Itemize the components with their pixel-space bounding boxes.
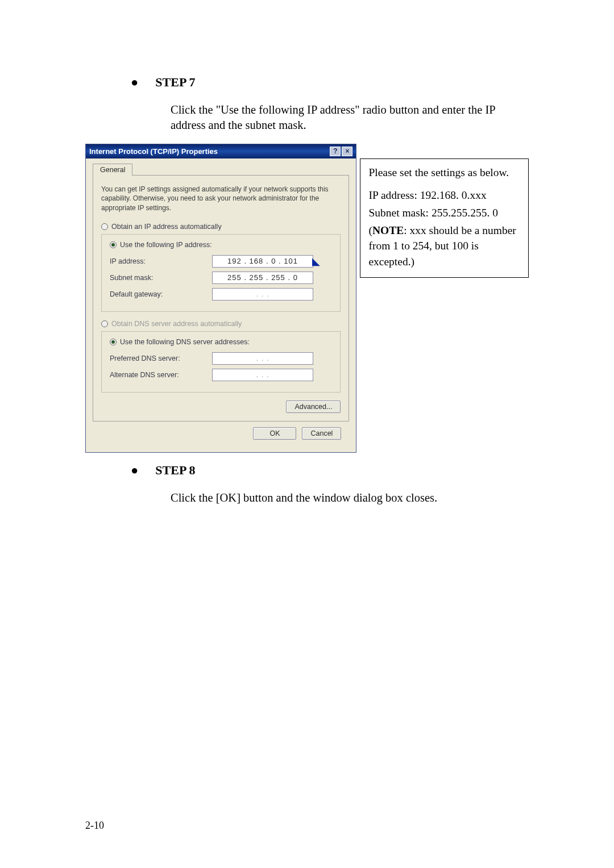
dialog-description: You can get IP settings assigned automat…: [101, 185, 341, 212]
note-subnet: Subnet mask: 255.255.255. 0: [368, 205, 520, 220]
step8-heading: ● STEP 8: [131, 463, 529, 478]
ip-address-input[interactable]: 192 . 168 . 0 . 101: [212, 255, 313, 268]
step8-body: Click the [OK] button and the window dia…: [171, 490, 529, 506]
note-line1: Please set the settings as below.: [368, 165, 520, 180]
step7-title: STEP 7: [155, 75, 195, 90]
radio-obtain-auto[interactable]: Obtain an IP address automatically: [101, 223, 341, 231]
subnet-mask-input[interactable]: 255 . 255 . 255 . 0: [212, 272, 313, 284]
radio-icon: [110, 339, 117, 345]
radio-icon: [101, 223, 108, 230]
dns-manual-label: Use the following DNS server addresses:: [120, 338, 250, 346]
dns-fieldset: Use the following DNS server addresses: …: [101, 331, 341, 393]
radio-icon: [110, 241, 117, 248]
dialog-title: Internet Protocol (TCP/IP) Properties: [89, 147, 218, 156]
page-number: 2-10: [85, 820, 104, 832]
cancel-button[interactable]: Cancel: [302, 427, 341, 440]
advanced-button[interactable]: Advanced...: [286, 400, 341, 413]
step8-title: STEP 8: [155, 463, 195, 478]
dns-auto-label: Obtain DNS server address automatically: [111, 320, 242, 328]
ip-address-label: IP address:: [110, 257, 212, 265]
bullet-icon: ●: [131, 463, 138, 478]
ip-fieldset: Use the following IP address: IP address…: [101, 234, 341, 312]
alternate-dns-label: Alternate DNS server:: [110, 371, 212, 379]
radio-icon: [101, 320, 108, 327]
settings-note: Please set the settings as below. IP add…: [360, 158, 529, 278]
note-note: (NOTE: xxx should be a number from 1 to …: [368, 223, 520, 269]
step7-heading: ● STEP 7: [131, 75, 529, 90]
radio-dns-auto: Obtain DNS server address automatically: [101, 320, 341, 328]
preferred-dns-input[interactable]: . . .: [212, 352, 313, 365]
preferred-dns-label: Preferred DNS server:: [110, 354, 212, 362]
note-ip: IP address: 192.168. 0.xxx: [368, 187, 520, 203]
subnet-mask-label: Subnet mask:: [110, 274, 212, 282]
dialog-titlebar: Internet Protocol (TCP/IP) Properties ? …: [86, 144, 356, 158]
arrow-icon: ◣: [312, 255, 320, 268]
radio-use-following[interactable]: Use the following IP address:: [107, 241, 214, 249]
tcpip-dialog: Internet Protocol (TCP/IP) Properties ? …: [85, 144, 356, 453]
ok-button[interactable]: OK: [253, 427, 296, 440]
tab-content: You can get IP settings assigned automat…: [93, 175, 349, 422]
step7-body: Click the "Use the following IP address"…: [171, 102, 529, 132]
close-icon[interactable]: ×: [342, 147, 352, 156]
tab-general[interactable]: General: [93, 164, 132, 176]
help-icon[interactable]: ?: [330, 147, 341, 156]
default-gateway-input[interactable]: . . .: [212, 288, 313, 301]
radio-auto-label: Obtain an IP address automatically: [111, 223, 222, 231]
alternate-dns-input[interactable]: . . .: [212, 369, 313, 381]
radio-dns-manual[interactable]: Use the following DNS server addresses:: [107, 338, 252, 346]
default-gateway-label: Default gateway:: [110, 290, 212, 298]
radio-manual-label: Use the following IP address:: [120, 241, 212, 249]
bullet-icon: ●: [131, 75, 138, 90]
